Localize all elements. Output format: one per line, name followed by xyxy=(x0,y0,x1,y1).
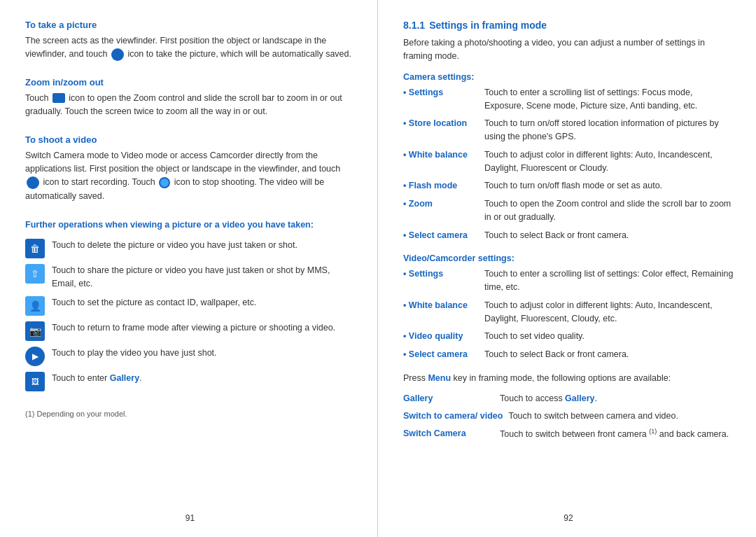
video-settings-table: Settings Touch to enter a scrolling list… xyxy=(403,267,734,366)
video-setting-select-camera-label: Select camera xyxy=(403,348,480,361)
right-intro: Before taking a photo/shooting a video, … xyxy=(403,36,734,64)
camera-settings-table: Settings Touch to enter a scrolling list… xyxy=(403,86,734,247)
menu-switch-camera-label: Switch Camera xyxy=(403,427,494,440)
zoom-inline-icon xyxy=(52,93,65,103)
camera-setting-store-location: Store location Touch to turn on/off stor… xyxy=(403,117,734,144)
camera-setting-zoom: Zoom Touch to open the Zoom control and … xyxy=(403,197,734,224)
video-setting-video-quality-desc: Touch to set video quality. xyxy=(484,330,734,343)
page-container: To take a picture The screen acts as the… xyxy=(0,0,756,537)
footnote: (1) Depending on your model. xyxy=(25,410,355,418)
camera-setting-select-camera: Select camera Touch to select Back or fr… xyxy=(403,229,734,242)
video-setting-settings-desc: Touch to enter a scrolling list of setti… xyxy=(484,267,734,294)
camera-setting-settings: Settings Touch to enter a scrolling list… xyxy=(403,86,734,113)
zoom-body: Touch icon to open the Zoom control and … xyxy=(25,92,355,119)
menu-switch-camera: Switch Camera Touch to switch between fr… xyxy=(403,427,734,441)
right-column: 8.1.1 Settings in framing mode Before ta… xyxy=(378,0,756,537)
video-setting-settings-label: Settings xyxy=(403,267,480,281)
video-setting-video-quality-label: Video quality xyxy=(403,330,480,343)
zoom-title: Zoom in/zoom out xyxy=(25,77,355,88)
camera-setting-settings-desc: Touch to enter a scrolling list of setti… xyxy=(484,86,734,113)
icon-row-share: ⇧ Touch to share the picture or video yo… xyxy=(25,264,355,291)
further-ops-section: Further operations when viewing a pictur… xyxy=(25,218,355,397)
menu-table: Gallery Touch to access Gallery. Switch … xyxy=(403,392,734,445)
shoot-video-section: To shoot a video Switch Camera mode to V… xyxy=(25,134,355,211)
play-icon: ▶ xyxy=(25,347,45,366)
video-setting-white-balance-desc: Touch to adjust color in different light… xyxy=(484,299,734,326)
menu-switch-camera-video: Switch to camera/ video Touch to switch … xyxy=(403,410,734,423)
icon-row-contact: 👤 Touch to set the picture as contact ID… xyxy=(25,296,355,316)
menu-gallery: Gallery Touch to access Gallery. xyxy=(403,392,734,405)
trash-icon: 🗑 xyxy=(25,239,45,258)
take-picture-title: To take a picture xyxy=(25,20,355,30)
left-column: To take a picture The screen acts as the… xyxy=(0,0,378,537)
take-picture-body: The screen acts as the viewfinder. First… xyxy=(25,34,355,62)
gallery-icon: 🖼 xyxy=(25,372,45,391)
video-setting-select-camera: Select camera Touch to select Back or fr… xyxy=(403,348,734,361)
camera-setting-flash-mode-label: Flash mode xyxy=(403,179,480,193)
menu-gallery-desc: Touch to access Gallery. xyxy=(500,392,734,405)
chapter-title: Settings in framing mode xyxy=(429,20,547,31)
chapter-num: 8.1.1 xyxy=(403,20,425,31)
icon-row-camera: 📷 Touch to return to frame mode after vi… xyxy=(25,321,355,341)
camera-inline-icon xyxy=(111,48,124,61)
shoot-video-body: Switch Camera mode to Video mode or acce… xyxy=(25,149,355,204)
video-settings-title: Video/Camcorder settings: xyxy=(403,253,734,263)
camera-settings-title: Camera settings: xyxy=(403,72,734,82)
menu-switch-camera-video-label: Switch to camera/ video xyxy=(403,410,503,423)
camera-setting-select-camera-desc: Touch to select Back or front camera. xyxy=(484,229,734,242)
menu-gallery-label: Gallery xyxy=(403,392,494,405)
camera-setting-zoom-desc: Touch to open the Zoom control and slide… xyxy=(484,197,734,224)
zoom-section: Zoom in/zoom out Touch icon to open the … xyxy=(25,77,355,126)
right-page-number: 92 xyxy=(403,506,734,523)
camera-setting-flash-mode-desc: Touch to turn on/off flash mode or set a… xyxy=(484,179,734,193)
camera-setting-zoom-label: Zoom xyxy=(403,197,480,211)
camera-setting-white-balance: White balance Touch to adjust color in d… xyxy=(403,148,734,175)
chapter-header: 8.1.1 Settings in framing mode xyxy=(403,20,734,31)
icon-row-gallery: 🖼 Touch to enter Gallery. xyxy=(25,372,355,391)
left-page-number: 91 xyxy=(25,506,355,523)
video-setting-select-camera-desc: Touch to select Back or front camera. xyxy=(484,348,734,361)
contact-text: Touch to set the picture as contact ID, … xyxy=(52,296,355,309)
video-setting-white-balance-label: White balance xyxy=(403,299,480,312)
menu-switch-camera-desc: Touch to switch between front camera (1)… xyxy=(500,427,734,441)
camera-setting-white-balance-desc: Touch to adjust color in different light… xyxy=(484,148,734,175)
shoot-video-title: To shoot a video xyxy=(25,134,355,145)
camera-icon: 📷 xyxy=(25,321,45,341)
camera-setting-settings-label: Settings xyxy=(403,86,480,99)
trash-text: Touch to delete the picture or video you… xyxy=(52,239,355,252)
camera-setting-store-location-label: Store location xyxy=(403,117,480,130)
video-setting-white-balance: White balance Touch to adjust color in d… xyxy=(403,299,734,326)
take-picture-section: To take a picture The screen acts as the… xyxy=(25,20,355,69)
contact-icon: 👤 xyxy=(25,296,45,316)
menu-switch-camera-video-desc: Touch to switch between camera and video… xyxy=(508,410,734,423)
play-text: Touch to play the video you have just sh… xyxy=(52,347,355,360)
menu-intro-text: Press Menu key in framing mode, the foll… xyxy=(403,372,734,385)
share-text: Touch to share the picture or video you … xyxy=(52,264,355,291)
camera-setting-store-location-desc: Touch to turn on/off stored location inf… xyxy=(484,117,734,144)
icon-row-trash: 🗑 Touch to delete the picture or video y… xyxy=(25,239,355,258)
camera-text: Touch to return to frame mode after view… xyxy=(52,321,355,335)
video-setting-video-quality: Video quality Touch to set video quality… xyxy=(403,330,734,343)
video-setting-settings: Settings Touch to enter a scrolling list… xyxy=(403,267,734,294)
share-icon: ⇧ xyxy=(25,264,45,284)
stop-inline-icon xyxy=(159,177,170,188)
icon-row-play: ▶ Touch to play the video you have just … xyxy=(25,347,355,366)
camera-setting-white-balance-label: White balance xyxy=(403,148,480,162)
camera-setting-select-camera-label: Select camera xyxy=(403,229,480,242)
further-ops-title: Further operations when viewing a pictur… xyxy=(25,218,355,232)
gallery-text: Touch to enter Gallery. xyxy=(52,372,355,385)
camera-setting-flash-mode: Flash mode Touch to turn on/off flash mo… xyxy=(403,179,734,193)
record-inline-icon xyxy=(27,176,39,189)
